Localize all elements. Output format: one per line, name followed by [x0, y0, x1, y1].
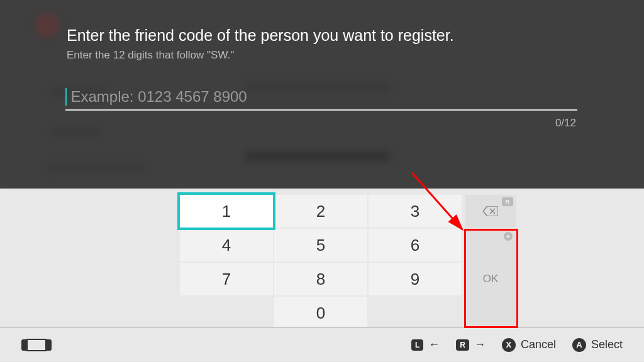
x-button-icon: X — [502, 338, 516, 352]
key-7[interactable]: 7 — [180, 263, 273, 295]
input-placeholder: Example: 0123 4567 8900 — [70, 88, 247, 105]
key-9[interactable]: 9 — [369, 263, 462, 295]
select-label: Select — [591, 338, 623, 351]
key-6[interactable]: 6 — [369, 229, 462, 261]
key-4[interactable]: 4 — [180, 229, 273, 261]
key-3[interactable]: 3 — [369, 195, 462, 228]
cancel-label: Cancel — [521, 338, 556, 351]
char-counter: 0/12 — [555, 117, 576, 129]
key-8[interactable]: 8 — [274, 263, 367, 295]
console-icon — [21, 338, 52, 352]
key-2[interactable]: 2 — [274, 195, 367, 228]
backspace-key[interactable]: R — [465, 195, 516, 228]
page-subtitle: Enter the 12 digits that follow "SW." — [67, 49, 234, 62]
footer-bar: L ← R → X Cancel A Select — [0, 327, 644, 362]
svg-rect-3 — [27, 339, 46, 351]
key-1[interactable]: 1 — [180, 195, 273, 228]
hint-cancel: X Cancel — [502, 338, 556, 352]
hint-select: A Select — [572, 338, 623, 352]
r-shoulder-badge: R — [502, 197, 513, 206]
ok-key[interactable]: OK + — [465, 229, 516, 329]
key-0[interactable]: 0 — [274, 297, 367, 329]
page-title: Enter the friend code of the person you … — [67, 26, 454, 45]
right-arrow-icon: → — [474, 338, 486, 351]
l-button-icon: L — [411, 339, 423, 351]
hint-r-right: R → — [456, 338, 486, 351]
friend-code-input[interactable]: Example: 0123 4567 8900 — [65, 88, 577, 111]
left-arrow-icon: ← — [428, 338, 440, 351]
r-button-icon: R — [456, 339, 469, 351]
text-cursor — [65, 88, 67, 106]
ok-label: OK — [483, 273, 499, 285]
backspace-icon — [483, 206, 498, 216]
key-5[interactable]: 5 — [274, 229, 367, 261]
hint-l-left: L ← — [411, 338, 440, 351]
plus-badge: + — [504, 232, 513, 241]
a-button-icon: A — [572, 338, 586, 352]
